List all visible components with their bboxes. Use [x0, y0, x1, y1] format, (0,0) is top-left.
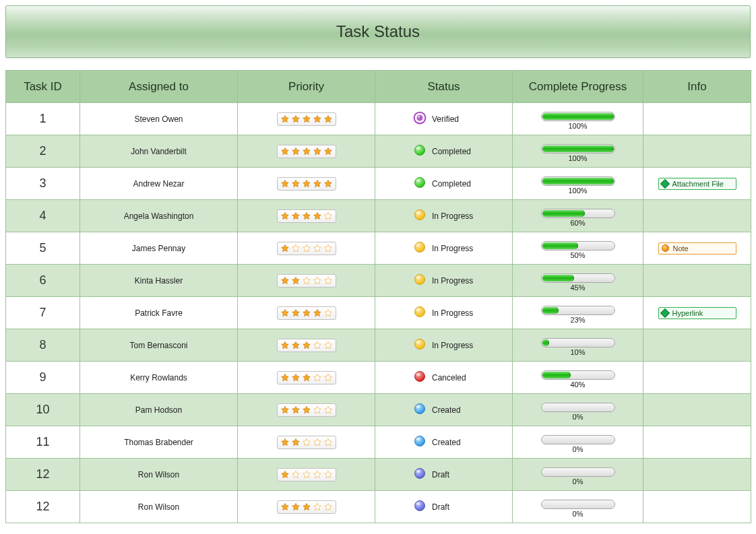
progress-bar — [541, 467, 615, 477]
table-row: 1 Steven Owen Verified 100% — [6, 103, 751, 135]
priority-cell — [238, 200, 375, 232]
table-header-row: Task ID Assigned to Priority Status Comp… — [6, 71, 751, 103]
progress-cell: 100% — [513, 135, 643, 168]
table-row: 11 Thomas Brabender Created 0% — [6, 426, 751, 459]
info-cell — [643, 362, 751, 394]
status-label: Canceled — [432, 373, 466, 382]
assigned-to-cell: Kerry Rowlands — [80, 362, 238, 394]
status-cell: Draft — [375, 491, 513, 523]
svg-point-25 — [415, 501, 425, 511]
status-orb-icon — [413, 337, 427, 353]
svg-point-3 — [415, 145, 425, 156]
progress-cell: 100% — [513, 103, 643, 135]
star-rating — [277, 274, 336, 288]
attachment-icon — [660, 178, 669, 188]
task-table: Task ID Assigned to Priority Status Comp… — [5, 70, 751, 523]
status-label: In Progress — [432, 244, 473, 253]
status-cell: Draft — [375, 459, 513, 491]
svg-point-15 — [415, 339, 425, 349]
progress-value: 100% — [568, 122, 587, 130]
progress-bar — [541, 306, 615, 315]
svg-point-7 — [415, 210, 425, 220]
info-tag[interactable]: Hyperlink — [658, 307, 736, 319]
progress-cell: 0% — [513, 459, 643, 491]
progress-value: 100% — [568, 154, 587, 162]
progress-bar — [541, 435, 615, 444]
info-tag-label: Hyperlink — [672, 309, 703, 317]
progress-bar — [541, 112, 615, 121]
status-orb-icon — [413, 402, 427, 418]
task-id-cell: 3 — [6, 168, 80, 200]
svg-point-20 — [416, 405, 420, 408]
star-rating — [277, 242, 336, 255]
priority-cell — [238, 265, 375, 297]
task-id-cell: 6 — [6, 265, 80, 297]
info-cell — [643, 394, 751, 426]
info-cell: Note — [643, 232, 751, 265]
task-id-cell: 11 — [6, 426, 80, 459]
table-row: 12 Ron Wilson Draft 0% — [6, 459, 751, 491]
table-row: 5 James Pennay In Progress 50% Note — [6, 232, 751, 265]
status-orb-icon — [413, 176, 427, 191]
status-orb-icon — [413, 434, 427, 450]
assigned-to-cell: Patrick Favre — [80, 297, 238, 329]
table-row: 7 Patrick Favre In Progress 23% Hype — [6, 297, 751, 329]
star-rating — [277, 500, 336, 514]
status-orb-icon — [413, 273, 427, 288]
svg-point-6 — [416, 179, 420, 182]
assigned-to-cell: Kinta Hassler — [80, 265, 238, 297]
table-row: 8 Tom Bernasconi In Progress 10% — [6, 329, 751, 362]
svg-point-18 — [416, 373, 420, 376]
star-rating — [277, 306, 336, 320]
info-tag-label: Attachment File — [672, 180, 724, 188]
progress-bar — [541, 176, 615, 186]
priority-cell — [238, 362, 375, 394]
progress-bar — [541, 241, 615, 251]
assigned-to-cell: James Pennay — [80, 232, 238, 265]
svg-point-2 — [418, 116, 420, 118]
progress-value: 40% — [570, 380, 585, 389]
progress-cell: 50% — [513, 232, 643, 265]
status-cell: Created — [375, 394, 513, 426]
progress-value: 60% — [570, 219, 585, 227]
task-id-cell: 5 — [6, 232, 80, 265]
table-row: 3 Andrew Nezar Completed 100% Attach — [6, 168, 751, 200]
info-cell — [643, 491, 751, 523]
star-rating — [277, 145, 336, 158]
status-label: Draft — [432, 470, 449, 479]
status-orb-icon — [413, 111, 427, 127]
status-cell: In Progress — [375, 329, 513, 362]
progress-cell: 0% — [513, 426, 643, 459]
info-cell — [643, 459, 751, 491]
status-label: Verified — [432, 114, 459, 124]
star-rating — [277, 209, 336, 223]
status-label: Created — [432, 438, 461, 447]
progress-cell: 10% — [513, 329, 643, 362]
status-orb-icon — [413, 370, 427, 385]
info-tag[interactable]: Attachment File — [658, 178, 736, 190]
progress-cell: 40% — [513, 362, 643, 394]
table-row: 12 Ron Wilson Draft 0% — [6, 491, 751, 523]
table-row: 9 Kerry Rowlands Canceled 40% — [6, 362, 751, 394]
progress-bar — [541, 209, 615, 218]
svg-point-10 — [416, 244, 420, 246]
svg-point-26 — [416, 502, 420, 505]
svg-point-22 — [416, 438, 420, 440]
svg-point-14 — [416, 308, 420, 311]
status-label: In Progress — [432, 276, 473, 286]
info-cell: Attachment File — [643, 168, 751, 200]
col-header-status: Status — [375, 71, 513, 103]
progress-value: 23% — [570, 316, 585, 324]
svg-point-13 — [415, 307, 425, 317]
status-orb-icon — [413, 305, 427, 321]
assigned-to-cell: Steven Owen — [80, 103, 238, 135]
info-cell: Hyperlink — [643, 297, 751, 329]
page-title: Task Status — [5, 5, 751, 58]
info-cell — [643, 135, 751, 168]
star-rating — [277, 468, 336, 481]
status-orb-icon — [413, 467, 427, 482]
info-tag[interactable]: Note — [658, 242, 736, 255]
col-header-task-id: Task ID — [6, 71, 80, 103]
svg-point-23 — [415, 469, 425, 479]
status-orb-icon — [413, 143, 427, 159]
